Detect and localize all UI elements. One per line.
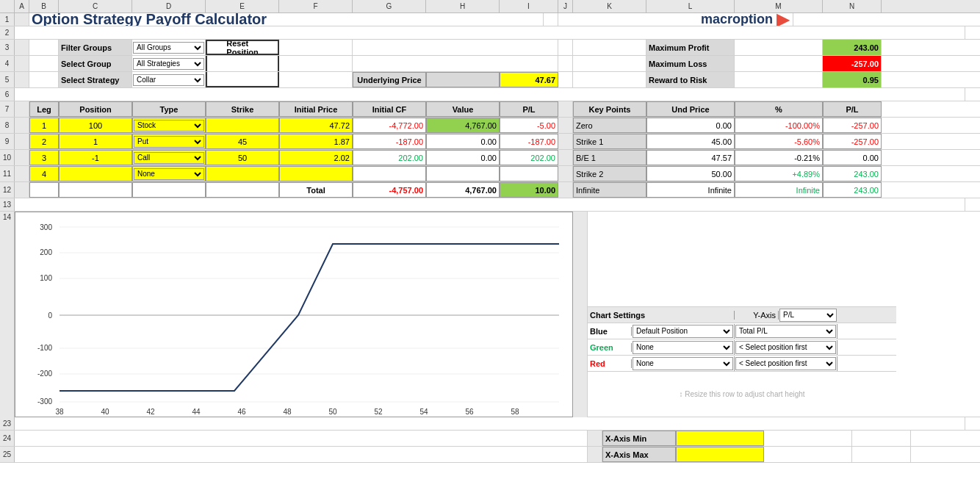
row-4: 4 Select Group All Strategies Maximum Lo… (0, 56, 980, 72)
row-6: 6 (0, 88, 980, 101)
leg-1-num: 1 (29, 118, 59, 133)
leg-3-strike[interactable]: 50 (206, 150, 279, 165)
col-header-j: J (558, 0, 573, 12)
x-axis-max-value[interactable] (676, 447, 764, 462)
leg-1-pl: -5.00 (500, 118, 558, 133)
blue-select[interactable]: Default Position (633, 325, 733, 338)
kp-be1-pl: 0.00 (823, 150, 882, 165)
leg-2-pl: -187.00 (500, 134, 558, 149)
reset-position-button[interactable]: ResetPosition (206, 40, 279, 55)
spreadsheet: A B C D E F G H I J K L M N 1 Option Str… (0, 0, 980, 504)
select-strategy-select[interactable]: Collar (133, 74, 204, 86)
leg-3-position[interactable]: -1 (59, 150, 132, 165)
leg-4-type-select[interactable]: NoneStockPutCall (134, 168, 204, 180)
leg-2-position[interactable]: 1 (59, 134, 132, 149)
blue-right-select[interactable]: Total P/L (735, 325, 836, 338)
select-strategy-dropdown[interactable]: Collar (132, 72, 206, 87)
kp-strike2: Strike 2 (573, 166, 646, 181)
y-axis-label: Y-Axis (735, 311, 779, 320)
kp-zero-price: 0.00 (646, 118, 735, 133)
leg-4-num: 4 (29, 166, 59, 181)
leg-2-strike[interactable]: 45 (206, 134, 279, 149)
payoff-line (60, 244, 559, 391)
red-row: Red None < Select position first (588, 356, 896, 372)
max-loss-label: Maximum Loss (646, 56, 735, 71)
leg-4-position[interactable] (59, 166, 132, 181)
blue-row: Blue Default Position Total P/L (588, 323, 896, 339)
col-header-l: L (646, 0, 735, 12)
select-group-dropdown[interactable]: All Strategies (132, 56, 206, 71)
leg-3-type[interactable]: CallStockPutNone (132, 150, 206, 165)
red-right-dropdown[interactable]: < Select position first (735, 356, 837, 371)
svg-text:40: 40 (101, 408, 109, 416)
blue-right-dropdown[interactable]: Total P/L (735, 324, 837, 339)
col-key-points: Key Points (573, 101, 646, 117)
svg-text:0: 0 (48, 312, 52, 320)
kp-be1-pct: -0.21% (735, 150, 823, 165)
blue-label: Blue (588, 327, 632, 336)
leg-2-type-select[interactable]: PutStockCallNone (134, 136, 204, 148)
svg-text:48: 48 (283, 408, 292, 416)
y-axis-dropdown[interactable]: P/L (779, 308, 837, 323)
green-right-dropdown[interactable]: < Select position first (735, 340, 837, 355)
red-label: Red (588, 359, 632, 368)
reward-to-risk-label: Reward to Risk (646, 72, 735, 87)
row-23: 23 (0, 417, 980, 431)
col-header-i: I (500, 0, 558, 12)
green-dropdown[interactable]: None (632, 340, 735, 355)
select-group-select[interactable]: All Strategies (133, 58, 204, 70)
column-headers: A B C D E F G H I J K L M N (0, 0, 980, 13)
col-header-e: E (206, 0, 279, 12)
svg-text:100: 100 (40, 274, 52, 282)
select-group-label: Select Group (59, 56, 132, 71)
svg-text:-300: -300 (37, 397, 52, 406)
leg-2-initial-price: 1.87 (279, 134, 353, 149)
kp-infinite-pl: 243.00 (823, 182, 882, 198)
filter-groups-select[interactable]: All Groups (133, 42, 204, 54)
leg-2-type[interactable]: PutStockCallNone (132, 134, 206, 149)
red-right-select[interactable]: < Select position first (735, 357, 836, 370)
select-strategy-label: Select Strategy (59, 72, 132, 87)
red-dropdown[interactable]: None (632, 356, 735, 371)
row-x-axis-min: 24 X-Axis Min (0, 431, 980, 447)
blue-dropdown[interactable]: Default Position (632, 324, 735, 339)
leg-4-initial-cf (353, 166, 426, 181)
underlying-price-value[interactable]: 47.67 (500, 72, 558, 87)
kp-be1: B/E 1 (573, 150, 646, 165)
resize-hint-area: ↕ Resize this row to adjust chart height (588, 372, 896, 417)
row-leg-1: 8 1 100 StockPutCallNone 47.72 -4,772.00… (0, 118, 980, 134)
leg-3-type-select[interactable]: CallStockPutNone (134, 152, 204, 164)
kp-zero: Zero (573, 118, 646, 133)
chart-area: 300 200 100 0 -100 -200 -300 38 40 42 44… (15, 212, 573, 417)
kp-infinite-pct: Infinite (735, 182, 823, 198)
leg-1-type-select[interactable]: StockPutCallNone (134, 120, 204, 132)
y-axis-select[interactable]: P/L (779, 309, 837, 322)
totals-pl: 10.00 (500, 182, 558, 198)
svg-text:56: 56 (465, 408, 474, 416)
kp-strike2-pl: 243.00 (823, 166, 882, 181)
green-select[interactable]: None (633, 341, 733, 354)
kp-infinite: Infinite (573, 182, 646, 198)
leg-4-type[interactable]: NoneStockPutCall (132, 166, 206, 181)
leg-1-initial-cf: -4,772.00 (353, 118, 426, 133)
leg-3-pl: 202.00 (500, 150, 558, 165)
kp-strike1: Strike 1 (573, 134, 646, 149)
kp-infinite-price: Infinite (646, 182, 735, 198)
col-leg: Leg (29, 101, 59, 117)
leg-3-initial-cf: 202.00 (353, 150, 426, 165)
red-select[interactable]: None (633, 357, 733, 370)
leg-2-initial-cf: -187.00 (353, 134, 426, 149)
leg-2-value: 0.00 (426, 134, 500, 149)
totals-label: Total (279, 182, 353, 198)
leg-1-position[interactable]: 100 (59, 118, 132, 133)
svg-text:50: 50 (328, 408, 337, 416)
leg-3-value: 0.00 (426, 150, 500, 165)
filter-groups-dropdown[interactable]: All Groups (132, 40, 206, 55)
svg-text:52: 52 (374, 408, 383, 416)
row-3: 3 Filter Groups All Groups ResetPosition… (0, 40, 980, 56)
row-5: 5 Select Strategy Collar Underlying Pric… (0, 72, 980, 88)
col-header-k: K (573, 0, 646, 12)
green-right-select[interactable]: < Select position first (735, 341, 836, 354)
x-axis-min-value[interactable] (676, 431, 764, 446)
leg-1-type[interactable]: StockPutCallNone (132, 118, 206, 133)
